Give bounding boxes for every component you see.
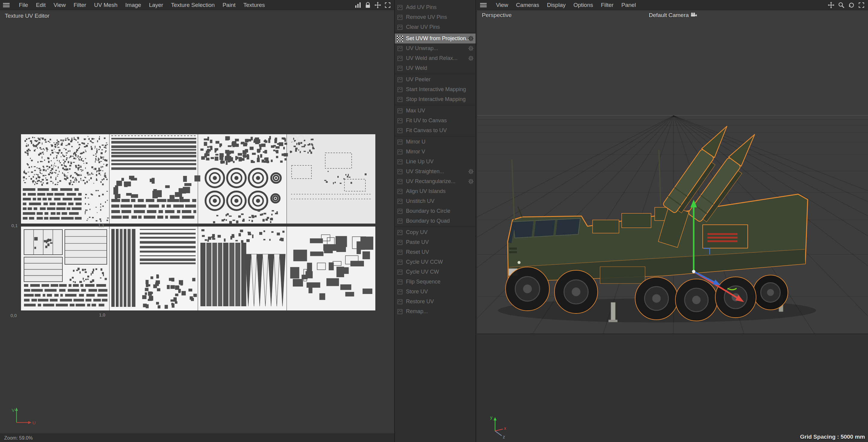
command-fit-canvas-to-uv[interactable]: Fit Canvas to UV (395, 126, 475, 135)
menu-layer[interactable]: Layer (145, 2, 167, 8)
command-label: Fit UV to Canvas (406, 117, 447, 124)
command-reset-uv[interactable]: Reset UV (395, 247, 475, 257)
command-icon (397, 218, 404, 224)
command-remove-uv-pins[interactable]: Remove UV Pins (395, 12, 475, 22)
command-uv-rectangularize[interactable]: UV Rectangularize... (395, 176, 475, 186)
command-set-uvw-from-projection[interactable]: Set UVW from Projection... (395, 34, 475, 43)
menu-uv-mesh[interactable]: UV Mesh (90, 2, 121, 8)
command-uv-straighten[interactable]: UV Straighten... (395, 167, 475, 176)
uv-editor-panel: Texture UV Editor 0,1 1,1 0,0 1,0 V U Zo… (0, 10, 394, 442)
zoom-icon[interactable] (838, 2, 845, 8)
command-store-uv[interactable]: Store UV (395, 287, 475, 297)
command-clear-uv-pins[interactable]: Clear UV Pins (395, 22, 475, 32)
menu-file[interactable]: File (15, 2, 32, 8)
command-icon (397, 56, 404, 61)
menu-textures[interactable]: Textures (240, 2, 269, 8)
command-line-up-uv[interactable]: Line Up UV (395, 157, 475, 167)
command-mirror-v[interactable]: Mirror V (395, 147, 475, 157)
menu-texture-selection[interactable]: Texture Selection (167, 2, 219, 8)
menu-filter[interactable]: Filter (597, 2, 617, 8)
command-group: Set UVW from Projection...UV Unwrap...UV… (395, 33, 475, 74)
menu-view[interactable]: View (50, 2, 70, 8)
command-icon (397, 24, 404, 30)
command-stop-interactive-mapping[interactable]: Stop Interactive Mapping (395, 94, 475, 104)
command-restore-uv[interactable]: Restore UV (395, 297, 475, 307)
command-uv-peeler[interactable]: UV Peeler (395, 75, 475, 84)
menu-filter[interactable]: Filter (70, 2, 90, 8)
command-fit-uv-to-canvas[interactable]: Fit UV to Canvas (395, 116, 475, 126)
command-uv-weld[interactable]: UV Weld (395, 63, 475, 73)
command-label: Boundary to Circle (406, 208, 451, 214)
hamburger-icon[interactable] (480, 3, 487, 7)
histogram-icon[interactable] (354, 2, 361, 8)
command-icon (397, 269, 404, 275)
menu-display[interactable]: Display (543, 2, 569, 8)
command-flip-sequence[interactable]: Flip Sequence (395, 277, 475, 287)
command-cycle-uv-ccw[interactable]: Cycle UV CCW (395, 257, 475, 267)
command-label: UV Unwrap... (406, 45, 438, 52)
viewport-canvas[interactable] (477, 10, 868, 442)
camera-name: Default Camera (649, 12, 689, 19)
viewport-panel[interactable]: Perspective Default Camera y z x Grid Sp… (477, 10, 868, 442)
command-icon (397, 139, 404, 145)
axis-z-label: z (503, 435, 505, 439)
command-group: Mirror UMirror VLine Up UVUV Straighten.… (395, 136, 475, 227)
command-label: Line Up UV (406, 159, 434, 165)
uv-canvas[interactable] (21, 134, 375, 311)
command-label: Start Interactive Mapping (406, 86, 466, 93)
axis-x-label: x (504, 426, 506, 431)
command-icon (397, 149, 404, 155)
command-mirror-u[interactable]: Mirror U (395, 137, 475, 147)
command-unstitch-uv[interactable]: Unstitch UV (395, 196, 475, 206)
gear-icon[interactable] (468, 169, 474, 176)
menu-edit[interactable]: Edit (32, 2, 50, 8)
command-boundary-to-quad[interactable]: Boundary to Quad (395, 216, 475, 226)
maximize-icon[interactable] (385, 2, 391, 8)
command-max-uv[interactable]: Max UV (395, 106, 475, 116)
command-start-interactive-mapping[interactable]: Start Interactive Mapping (395, 84, 475, 94)
command-group: UV PeelerStart Interactive MappingStop I… (395, 74, 475, 105)
command-uv-weld-and-relax[interactable]: UV Weld and Relax... (395, 53, 475, 63)
command-label: Max UV (406, 108, 425, 114)
command-copy-uv[interactable]: Copy UV (395, 228, 475, 237)
lock-icon[interactable] (365, 2, 371, 8)
command-uv-unwrap[interactable]: UV Unwrap... (395, 43, 475, 53)
menu-image[interactable]: Image (122, 2, 145, 8)
menu-cameras[interactable]: Cameras (512, 2, 543, 8)
menu-view[interactable]: View (492, 2, 512, 8)
menu-paint[interactable]: Paint (219, 2, 240, 8)
command-label: Clear UV Pins (406, 24, 440, 30)
command-icon (397, 118, 404, 124)
command-icon (397, 45, 404, 52)
headlight (518, 261, 521, 264)
command-align-uv-islands[interactable]: Align UV Islands (395, 186, 475, 196)
gear-icon[interactable] (468, 56, 474, 63)
pan-icon[interactable] (828, 2, 834, 8)
camera-label[interactable]: Default Camera (649, 12, 697, 19)
hamburger-icon[interactable] (3, 3, 9, 7)
rotate-icon[interactable] (848, 2, 855, 8)
command-boundary-to-circle[interactable]: Boundary to Circle (395, 206, 475, 216)
command-remap[interactable]: Remap... (395, 307, 475, 316)
uv-axis-v-label: V (12, 408, 15, 413)
maximize-icon[interactable] (859, 2, 864, 8)
gear-icon[interactable] (468, 45, 474, 53)
menu-panel[interactable]: Panel (617, 2, 640, 8)
move-icon[interactable] (374, 2, 381, 8)
command-label: Cycle UV CCW (406, 259, 443, 265)
gear-icon[interactable] (468, 179, 474, 186)
command-icon (397, 189, 404, 195)
gear-icon[interactable] (468, 36, 474, 43)
command-paste-uv[interactable]: Paste UV (395, 237, 475, 247)
command-icon (397, 87, 404, 93)
command-label: UV Peeler (406, 76, 431, 83)
command-group: Max UVFit UV to CanvasFit Canvas to UV (395, 105, 475, 136)
command-cycle-uv-cw[interactable]: Cycle UV CW (395, 267, 475, 277)
command-label: Cycle UV CW (406, 269, 439, 275)
rear-equipment-box (703, 225, 748, 248)
command-add-uv-pins[interactable]: Add UV Pins (395, 2, 475, 12)
menu-options[interactable]: Options (569, 2, 597, 8)
uv-coord-label: 1,0 (99, 312, 105, 317)
command-label: UV Rectangularize... (406, 178, 456, 184)
viewport-menu-items: ViewCamerasDisplayOptionsFilterPanel (492, 0, 640, 10)
